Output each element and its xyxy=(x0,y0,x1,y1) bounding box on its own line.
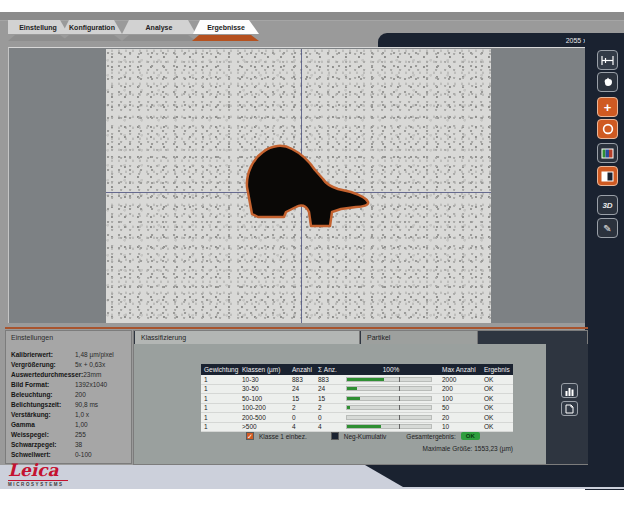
settings-row: Schwarzpegel:38 xyxy=(11,440,131,450)
render-3d-button[interactable]: 3D xyxy=(597,195,618,215)
tab-underline-active xyxy=(192,35,259,41)
results-panel: Klassifizierung Partikel GewichtungKlass… xyxy=(133,330,588,465)
table-header-row: GewichtungKlassen (µm)AnzahlΣ Anz.100%Ma… xyxy=(201,364,513,375)
class1-checkbox[interactable]: ✓ xyxy=(246,432,254,440)
column-header: Gewichtung xyxy=(201,364,239,375)
count-bar xyxy=(346,405,432,410)
table-row: 110-308838832000OK xyxy=(201,375,513,385)
overall-result-label: Gesamtergebnis: xyxy=(406,433,456,440)
neg-cumulative-label: Neg-Kumulativ xyxy=(344,433,387,440)
settings-panel-title: Einstellungen xyxy=(11,334,131,341)
tab-label: Klassifizierung xyxy=(141,334,186,341)
column-header: Σ Anz. xyxy=(315,364,343,375)
tab-label: Ergebnisse xyxy=(207,24,245,31)
table-row: 130-502424200OK xyxy=(201,385,513,395)
tab-label: Konfiguration xyxy=(69,24,115,31)
table-body: 110-308838832000OK130-502424200OK150-100… xyxy=(201,375,513,432)
count-bar xyxy=(346,415,432,420)
bar-chart-icon xyxy=(565,382,575,400)
settings-row: Verstärkung:1,0 x xyxy=(11,410,131,420)
crosshair-tool-button[interactable]: + xyxy=(597,97,618,117)
settings-rows: Kalibrierwert:1,48 µm/pixelVergrößerung:… xyxy=(11,350,131,460)
settings-row: Weisspegel:255 xyxy=(11,430,131,440)
tab-ergebnisse[interactable]: Ergebnisse xyxy=(193,20,259,34)
crosshair-icon: + xyxy=(604,101,612,114)
column-header: Max Anzahl xyxy=(439,364,481,375)
max-size-label: Maximale Größe: 1553,23 (µm) xyxy=(134,445,513,452)
tab-konfiguration[interactable]: Konfiguration xyxy=(62,20,122,34)
detected-particle xyxy=(106,49,491,323)
hand-icon xyxy=(602,76,614,88)
image-contrast-icon xyxy=(601,171,614,182)
tab-label: Analyse xyxy=(146,24,173,31)
tab-underline xyxy=(62,35,122,41)
column-header: Anzahl xyxy=(289,364,315,375)
table-row: 1>5004410OK xyxy=(201,423,513,433)
pan-tool-button[interactable] xyxy=(597,72,618,92)
tab-label: Einstellung xyxy=(19,24,57,31)
count-bar xyxy=(346,396,432,401)
menu-strip xyxy=(0,12,624,21)
settings-row: Schwellwert:0-100 xyxy=(11,450,131,460)
pen-icon: ✎ xyxy=(603,223,611,234)
tab-partikel[interactable]: Partikel xyxy=(361,331,478,344)
class1-checkbox-label: Klasse 1 einbez. xyxy=(259,433,307,440)
settings-panel: Einstellungen Kalibrierwert:1,48 µm/pixe… xyxy=(5,330,132,464)
leica-logo-text: Leica xyxy=(8,460,68,480)
document-icon xyxy=(565,400,574,418)
overall-result-badge: OK xyxy=(461,432,480,440)
settings-row: Kalibrierwert:1,48 µm/pixel xyxy=(11,350,131,360)
settings-row: Auswertedurchmesser:23mm xyxy=(11,370,131,380)
table-row: 150-1001515100OK xyxy=(201,394,513,404)
export-report-button[interactable] xyxy=(561,401,578,416)
app-window: Einstellung Konfiguration Analyse Ergebn… xyxy=(0,0,624,507)
measure-tool-button[interactable] xyxy=(597,50,618,70)
specimen-image[interactable] xyxy=(106,49,491,323)
tab-underline xyxy=(122,35,196,41)
count-bar xyxy=(346,377,432,382)
column-header: Klassen (µm) xyxy=(239,364,289,375)
settings-row: Vergrößerung:5x + 0,63x xyxy=(11,360,131,370)
tab-label: Partikel xyxy=(367,334,390,341)
image-icon xyxy=(601,148,614,159)
results-footer: ✓ Klasse 1 einbez. Neg-Kumulativ Gesamte… xyxy=(246,432,480,440)
tab-einstellung[interactable]: Einstellung xyxy=(8,20,68,34)
image-viewport xyxy=(8,47,585,323)
leica-logo: Leica MICROSYSTEMS xyxy=(8,460,68,487)
table-row: 1200-5000020OK xyxy=(201,413,513,423)
settings-row: Gamma1,00 xyxy=(11,420,131,430)
histogram-button[interactable] xyxy=(561,383,578,398)
bottom-dark-frame xyxy=(365,465,624,487)
settings-row: Bild Format:1392x1040 xyxy=(11,380,131,390)
caliper-icon xyxy=(601,55,614,66)
tab-analyse[interactable]: Analyse xyxy=(122,20,196,34)
tab-klassifizierung[interactable]: Klassifizierung xyxy=(135,331,360,344)
column-header: 100% xyxy=(343,364,439,375)
tab-underline xyxy=(8,35,68,41)
panel-divider xyxy=(5,327,588,329)
settings-row: Beleuchtung:200 xyxy=(11,390,131,400)
table-row: 1100-2002250OK xyxy=(201,404,513,414)
neg-cumulative-checkbox[interactable] xyxy=(331,432,339,440)
column-header: Ergebnis xyxy=(481,364,513,375)
image-view-button[interactable] xyxy=(597,143,618,163)
3d-icon: 3D xyxy=(602,201,612,210)
leica-logo-subtext: MICROSYSTEMS xyxy=(8,480,68,487)
settings-row: Belichtungszeit:90,8 ms xyxy=(11,400,131,410)
annotate-button[interactable]: ✎ xyxy=(597,218,618,238)
image-overlay-button[interactable] xyxy=(597,166,618,186)
count-bar xyxy=(346,424,432,429)
circle-icon xyxy=(602,123,614,135)
classification-table: GewichtungKlassen (µm)AnzahlΣ Anz.100%Ma… xyxy=(201,364,513,432)
count-bar xyxy=(346,386,432,391)
ellipse-tool-button[interactable] xyxy=(597,119,618,139)
